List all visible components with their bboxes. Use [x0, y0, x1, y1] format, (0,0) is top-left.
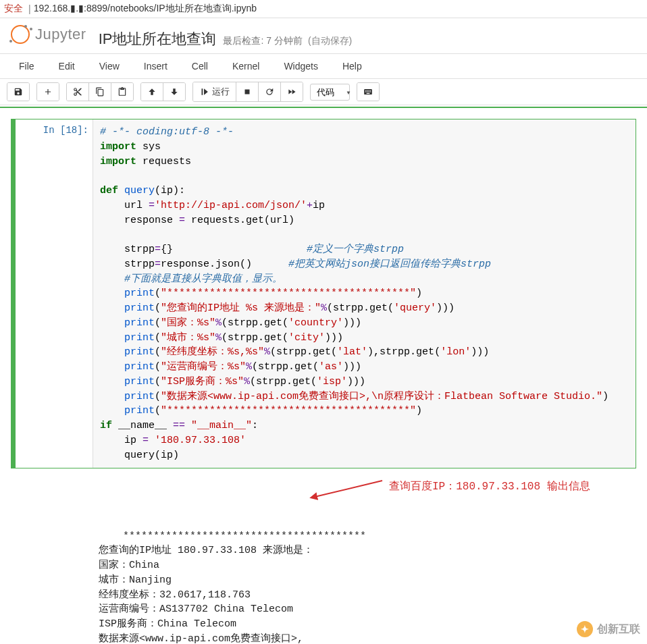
autosave-label: (自动保存) — [308, 35, 352, 47]
command-palette-button[interactable] — [357, 83, 379, 101]
watermark-text: 创新互联 — [597, 622, 640, 637]
plus-icon — [43, 87, 53, 97]
separator: | — [28, 3, 31, 14]
menu-help[interactable]: Help — [330, 54, 374, 78]
cut-icon — [73, 87, 82, 97]
cut-button[interactable] — [67, 83, 89, 101]
code-cell[interactable]: In [18]: # -*- coding:utf-8 -*- import s… — [11, 119, 636, 468]
cell-output: 查询百度IP：180.97.33.108 输出信息 **************… — [92, 470, 647, 644]
menu-view[interactable]: View — [87, 54, 132, 78]
notebook-header: Jupyter IP地址所在地查询 最后检查: 7 分钟前 (自动保存) — [0, 18, 647, 53]
run-all-button[interactable] — [281, 82, 303, 101]
stop-icon — [242, 87, 252, 97]
menu-cell[interactable]: Cell — [180, 54, 220, 78]
run-label: 运行 — [212, 86, 230, 98]
fast-forward-icon — [287, 87, 296, 97]
watermark-logo-icon: ✦ — [577, 621, 593, 637]
run-button[interactable]: 运行 — [193, 82, 236, 101]
arrow-up-icon — [147, 87, 157, 97]
jupyter-logo-text: Jupyter — [35, 26, 86, 43]
move-down-button[interactable] — [163, 83, 185, 101]
jupyter-logo[interactable]: Jupyter — [11, 25, 86, 44]
menu-bar: File Edit View Insert Cell Kernel Widget… — [0, 53, 647, 79]
menu-widgets[interactable]: Widgets — [271, 54, 330, 78]
menu-kernel[interactable]: Kernel — [220, 54, 271, 78]
paste-button[interactable] — [111, 83, 133, 101]
stop-button[interactable] — [236, 82, 259, 101]
run-icon — [199, 87, 209, 97]
move-up-button[interactable] — [141, 83, 163, 101]
restart-icon — [265, 87, 274, 97]
menu-edit[interactable]: Edit — [47, 54, 87, 78]
restart-button[interactable] — [259, 82, 281, 101]
output-text: ****************************************… — [99, 531, 366, 645]
address-bar[interactable]: 安全 | 192.168.▮.▮:8899/notebooks/IP地址所在地查… — [0, 0, 647, 18]
copy-icon — [95, 87, 105, 97]
jupyter-logo-icon — [11, 25, 30, 44]
menu-file[interactable]: File — [7, 54, 47, 78]
cell-type-select[interactable]: 代码 — [310, 84, 350, 101]
toolbar: 运行 代码 — [0, 79, 647, 105]
input-prompt: In [18]: — [11, 119, 93, 468]
svg-line-0 — [315, 481, 382, 497]
paste-icon — [118, 87, 127, 97]
security-status: 安全 — [4, 3, 23, 15]
add-cell-button[interactable] — [37, 83, 59, 101]
arrow-down-icon — [170, 87, 179, 97]
copy-button[interactable] — [89, 83, 111, 101]
keyboard-icon — [363, 87, 373, 97]
save-icon — [14, 87, 23, 97]
menu-insert[interactable]: Insert — [132, 54, 180, 78]
annotation-arrow-icon — [308, 475, 389, 502]
annotation-text: 查询百度IP：180.97.33.108 输出信息 — [389, 479, 590, 495]
notebook-title[interactable]: IP地址所在地查询 — [99, 29, 217, 49]
url-text: 192.168.▮.▮:8899/notebooks/IP地址所在地查询.ipy… — [34, 3, 257, 15]
code-editor[interactable]: # -*- coding:utf-8 -*- import sys import… — [93, 119, 636, 468]
notebook-body: In [18]: # -*- coding:utf-8 -*- import s… — [0, 107, 647, 644]
save-button[interactable] — [7, 83, 29, 101]
last-checkpoint: 最后检查: 7 分钟前 — [223, 35, 302, 47]
watermark: ✦ 创新互联 — [577, 621, 640, 637]
